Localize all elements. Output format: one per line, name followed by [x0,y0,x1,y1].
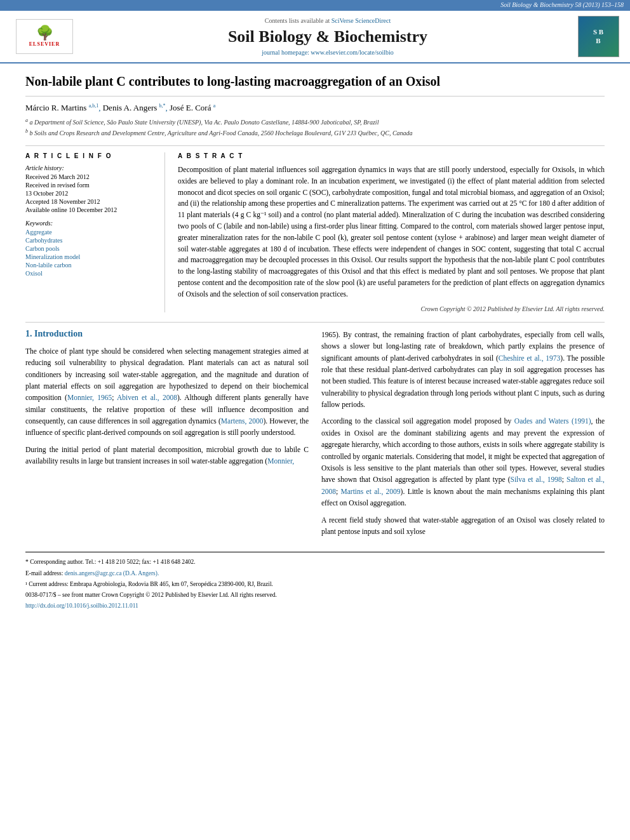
introduction-section: 1. Introduction The choice of plant type… [25,329,605,543]
keyword-3: Mineralization model [25,253,155,260]
ref-oades1991: Oades and Waters (1991) [514,417,591,425]
author-marcio: Márcio R. Martins [25,103,86,112]
journal-header: 🌳 ELSEVIER Contents lists available at S… [0,10,630,63]
copyright-line: Crown Copyright © 2012 Published by Else… [178,305,605,312]
affiliation-a: a a Department of Soil Science, São Paul… [25,117,605,127]
sciverse-prefix: Contents lists available at [265,17,330,24]
journal-reference-bar: Soil Biology & Biochemistry 58 (2013) 15… [0,0,630,10]
ref-monnier1965: Monnier, 1965 [67,394,112,401]
footnote-email-value: denis.angers@agr.gc.ca (D.A. Angers). [65,570,159,577]
footnote-issn: 0038-0717/$ – see front matter Crown Cop… [25,590,605,599]
journal-reference-text: Soil Biology & Biochemistry 58 (2013) 15… [500,1,624,8]
introduction-title: 1. Introduction [25,329,309,339]
author-marcio-sup: a,b,1 [89,103,99,109]
journal-title: Soil Biology & Biochemistry [89,27,566,46]
article-info-header: A R T I C L E I N F O [25,152,155,159]
intro-right-para-2: According to the classical soil aggregat… [321,415,605,509]
abstract-header: A B S T R A C T [178,152,605,159]
sbb-logo-text: S BB [593,28,603,44]
article-history: Article history: Received 26 March 2012 … [25,164,155,213]
footnotes-section: * Corresponding author. Tel.: +1 418 210… [25,552,605,610]
keywords-section: Keywords: Aggregate Carbohydrates Carbon… [25,220,155,277]
ref-martins2009: Martins et al., 2009 [341,488,401,495]
keyword-0: Aggregate [25,229,155,236]
main-content: Non-labile plant C contributes to long-l… [0,63,630,622]
ref-martens2000: Martens, 2000 [221,417,264,425]
history-revised-date: 13 October 2012 [25,190,155,197]
intro-left-text: The choice of plant type should be consi… [25,345,309,467]
footnote-doi-text: http://dx.doi.org/10.1016/j.soilbio.2012… [25,603,138,609]
footnote-current-address: ¹ Current address: Embrapa Agrobiologia,… [25,580,605,589]
section-divider [25,322,605,323]
body-col-left: 1. Introduction The choice of plant type… [25,329,309,543]
footnote-doi[interactable]: http://dx.doi.org/10.1016/j.soilbio.2012… [25,601,605,610]
sbb-logo-area: S BB [573,16,624,57]
authors-text: Márcio R. Martins a,b,1, Denis A. Angers… [25,103,215,112]
article-info-abstract-section: A R T I C L E I N F O Article history: R… [25,145,605,312]
elsevier-logo: 🌳 ELSEVIER [16,19,73,54]
sciverse-link[interactable]: SciVerse ScienceDirect [332,17,391,24]
keyword-1: Carbohydrates [25,237,155,244]
keyword-4: Non-labile carbon [25,262,155,269]
author-denis-sup: b,* [159,103,166,109]
author-jose-sup: a [213,103,216,109]
footnote-email: E-mail address: denis.angers@agr.gc.ca (… [25,569,605,578]
article-info-column: A R T I C L E I N F O Article history: R… [25,152,165,312]
elsevier-text: ELSEVIER [29,41,60,47]
footnote-issn-text: 0038-0717/$ – see front matter Crown Cop… [25,592,277,598]
history-revised-label: Received in revised form [25,182,155,189]
author-denis: Denis A. Angers [103,103,158,112]
ref-cheshire1973: Cheshire et al., 1973 [499,354,561,362]
intro-right-text: 1965). By contrast, the remaining fracti… [321,329,605,538]
sbb-logo: S BB [578,16,619,57]
elsevier-logo-area: 🌳 ELSEVIER [6,19,83,54]
intro-para-2: During the initial period of plant mater… [25,444,309,467]
affiliations: a a Department of Soil Science, São Paul… [25,117,605,138]
body-col-right: 1965). By contrast, the remaining fracti… [321,329,605,543]
footnote-current-address-text: ¹ Current address: Embrapa Agrobiologia,… [25,581,273,587]
ref-silva1998: Silva et al., 1998 [510,476,561,483]
abstract-column: A B S T R A C T Decomposition of plant m… [178,152,605,312]
intro-number: 1. [25,329,32,338]
intro-para-1: The choice of plant type should be consi… [25,345,309,439]
authors-line: Márcio R. Martins a,b,1, Denis A. Angers… [25,103,605,113]
history-label: Article history: [25,164,155,171]
article-title: Non-labile plant C contributes to long-l… [25,73,605,97]
intro-right-para-3: A recent field study showed that water-s… [321,514,605,538]
journal-homepage: journal homepage: www.elsevier.com/locat… [89,49,566,56]
keywords-label: Keywords: [25,220,155,227]
footnote-email-label: E-mail address: [25,570,63,577]
footnote-corresponding: * Corresponding author. Tel.: +1 418 210… [25,557,605,566]
sciverse-line: Contents lists available at SciVerse Sci… [89,17,566,24]
intro-label: Introduction [34,329,83,338]
elsevier-tree-icon: 🌳 [36,26,53,40]
footnote-corresponding-text: * Corresponding author. Tel.: +1 418 210… [25,559,196,565]
keyword-2: Carbon pools [25,245,155,252]
journal-header-center: Contents lists available at SciVerse Sci… [83,17,573,56]
keyword-5: Oxisol [25,270,155,277]
author-jose: José E. Corá [170,103,211,112]
history-accepted: Accepted 18 November 2012 [25,198,155,205]
history-online: Available online 10 December 2012 [25,206,155,213]
ref-abiven2008: Abiven et al., 2008 [117,394,177,401]
affiliation-b: b b Soils and Crops Research and Develop… [25,128,605,138]
abstract-text: Decomposition of plant material influenc… [178,164,605,300]
ref-monnier-end: Monnier, [267,457,294,465]
history-received: Received 26 March 2012 [25,173,155,180]
intro-right-para-1: 1965). By contrast, the remaining fracti… [321,329,605,411]
